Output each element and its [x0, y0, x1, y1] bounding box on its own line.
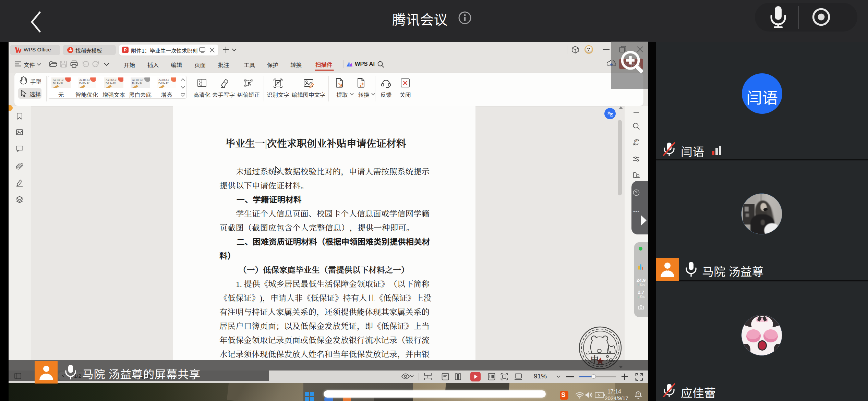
svg-text:文: 文	[633, 142, 636, 146]
svg-text:z: z	[638, 392, 639, 396]
svg-text:P: P	[124, 48, 126, 52]
